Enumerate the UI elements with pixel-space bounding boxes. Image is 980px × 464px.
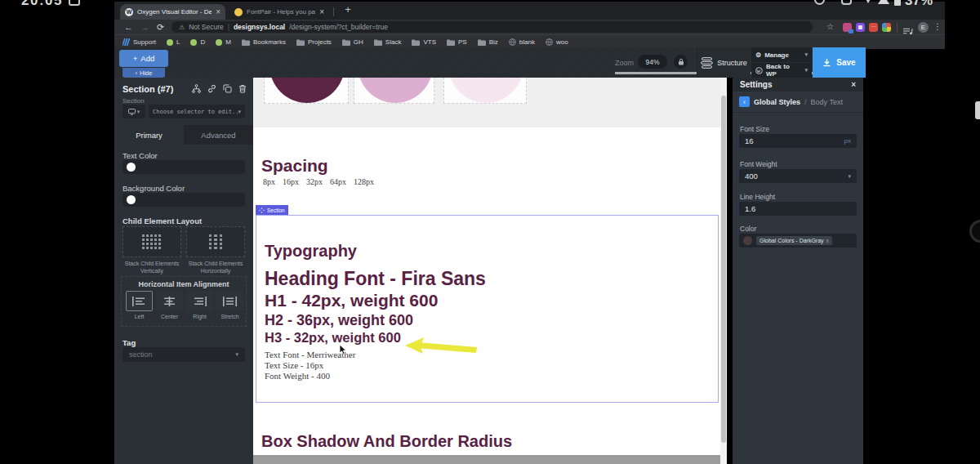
bookmark-m[interactable]: M — [216, 38, 231, 46]
selected-section-badge[interactable]: Section — [256, 205, 288, 215]
url-host: designsys.local — [234, 23, 285, 31]
settings-title: Settings — [740, 80, 851, 89]
settings-header: Settings × — [733, 78, 863, 91]
network-down-icon — [863, 0, 873, 3]
url-field[interactable]: ⚠ Not Secure | designsys.local /design-s… — [172, 21, 813, 33]
profile-avatar[interactable]: E — [918, 22, 929, 33]
bookmark-star-icon[interactable]: ☆ — [826, 22, 834, 31]
chevron-down-icon: ▾ — [848, 173, 851, 180]
battery-icon — [894, 0, 901, 6]
folder-icon — [478, 39, 486, 46]
stack-horizontal-caption: Stack Child Elements Horizontally — [186, 261, 245, 274]
align-right-icon — [193, 297, 207, 306]
stack-vertical-button[interactable] — [122, 226, 181, 257]
editor-canvas[interactable]: Spacing 8px16px32px64px128px Section Typ… — [253, 78, 727, 464]
bookmark-folder-ps[interactable]: PS — [447, 38, 467, 46]
font-weight-select[interactable]: 400 ▾ — [739, 169, 857, 183]
extensions-separator — [897, 23, 898, 32]
edge-handle[interactable] — [975, 101, 980, 119]
canvas-scrollbar[interactable] — [720, 78, 727, 464]
extension-badge — [849, 29, 853, 33]
remove-color-icon[interactable]: x — [826, 238, 829, 243]
extension-icon-4[interactable] — [882, 23, 891, 32]
background-color-picker[interactable] — [122, 193, 245, 207]
stack-horizontal-icon — [209, 234, 223, 249]
color-swatch — [127, 163, 136, 172]
bookmark-support[interactable]: Support — [122, 38, 156, 46]
bookmark-folder-projects[interactable]: Projects — [296, 38, 332, 46]
manage-dropdown[interactable]: ⚙ Manage ▾ — [751, 47, 812, 62]
floating-button-partial[interactable] — [969, 220, 980, 243]
line-height-input[interactable]: 1.6 — [739, 202, 857, 216]
bookmark-blank[interactable]: blank — [509, 38, 535, 46]
element-title: Section (#7) — [122, 84, 173, 94]
font-weight-line: Font Weight - 400 — [265, 371, 330, 381]
reload-icon[interactable]: ⟳ — [157, 22, 164, 33]
selector-dropdown[interactable]: Choose selector to edit... ▾ — [149, 105, 245, 118]
left-panel: Section (#7) Section ▾ Choose selector t… — [114, 78, 253, 464]
yellow-arrow-annotation — [405, 337, 477, 356]
color-picker-row[interactable]: Global Colors - DarkGray x — [739, 234, 857, 248]
color-swatch-strip — [253, 78, 727, 127]
horizontal-alignment-group: Horizontal Item Alignment Left Center Ri… — [121, 276, 247, 327]
align-stretch-icon — [223, 297, 237, 306]
bookmark-folder-slack[interactable]: Slack — [374, 38, 402, 46]
zoom-value[interactable]: 94% — [638, 55, 667, 69]
bookmark-l[interactable]: L — [167, 38, 180, 46]
not-secure-icon: ⚠ — [179, 24, 185, 31]
structure-icon — [701, 57, 713, 69]
tab-advanced[interactable]: Advanced — [184, 125, 253, 145]
device-selector[interactable]: ▾ — [122, 105, 145, 118]
structure-button[interactable]: Structure — [697, 47, 751, 78]
global-color-chip[interactable]: Global Colors - DarkGray x — [756, 236, 832, 245]
add-button[interactable]: + Add — [119, 50, 168, 67]
bookmark-folder-bookmarks[interactable]: Bookmarks — [242, 38, 286, 46]
link-icon[interactable] — [207, 84, 216, 93]
selector-tree-icon[interactable] — [192, 84, 201, 93]
lock-button[interactable] — [674, 55, 688, 69]
close-icon[interactable]: × — [851, 80, 856, 89]
tag-dropdown[interactable]: section ▾ — [122, 347, 245, 362]
browser-menu-icon[interactable]: ⋮ — [933, 22, 942, 31]
folder-icon — [447, 39, 455, 46]
bookmark-folder-biz[interactable]: Biz — [478, 38, 498, 46]
chevron-down-icon: ▾ — [238, 109, 241, 115]
back-button[interactable]: ‹ — [739, 96, 750, 107]
swatch-circle-light — [448, 78, 523, 103]
globe-icon — [509, 38, 516, 46]
bookmark-woo[interactable]: woo — [546, 38, 568, 46]
breadcrumb-parent[interactable]: Global Styles — [754, 98, 800, 106]
save-button[interactable]: Save — [813, 47, 866, 78]
folder-icon — [412, 39, 420, 46]
back-icon[interactable]: ← — [124, 22, 133, 32]
bookmark-folder-gh[interactable]: GH — [342, 38, 363, 46]
selected-section[interactable]: Typography Heading Font - Fira Sans H1 -… — [256, 215, 719, 403]
trash-icon[interactable] — [238, 84, 247, 93]
bookmark-folder-vts[interactable]: VTS — [412, 38, 436, 46]
back-to-wp-dropdown[interactable]: Back to WP ▾ — [751, 63, 812, 78]
address-bar: ← → ⟳ ⚠ Not Secure | designsys.local /de… — [114, 20, 945, 34]
align-stretch-button[interactable] — [216, 291, 243, 311]
line-height-label: Line Height — [740, 193, 775, 201]
url-separator: | — [228, 23, 229, 31]
duplicate-icon[interactable] — [223, 84, 232, 93]
font-size-input[interactable]: 16 px — [739, 134, 857, 148]
extension-icon-1[interactable] — [843, 23, 852, 32]
extension-icon-3[interactable]: ⋯ — [869, 23, 878, 32]
bookmark-d[interactable]: D — [190, 38, 205, 46]
chevron-down-icon: ▾ — [137, 109, 140, 115]
forward-icon[interactable]: → — [140, 22, 149, 32]
settings-breadcrumb: ‹ Global Styles / Body Text — [733, 91, 863, 113]
extension-icon-2[interactable] — [856, 23, 865, 32]
stack-horizontal-button[interactable] — [186, 226, 245, 257]
text-color-picker[interactable] — [122, 160, 245, 174]
screenshot-icon — [69, 0, 80, 6]
align-left-button[interactable] — [126, 291, 153, 311]
align-center-button[interactable] — [156, 291, 183, 311]
align-left-caption: Left — [126, 314, 153, 319]
align-right-button[interactable] — [186, 291, 213, 311]
scrollbar-thumb[interactable] — [721, 96, 726, 443]
tab-primary[interactable]: Primary — [114, 125, 184, 145]
hide-button[interactable]: ‹ Hide — [122, 68, 165, 78]
stack-vertical-icon — [142, 234, 162, 249]
